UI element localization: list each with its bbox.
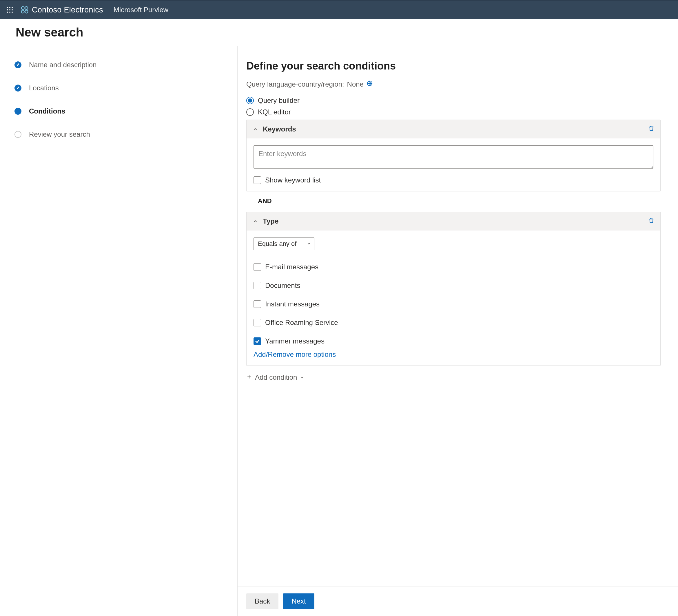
checkbox-icon: [254, 282, 261, 289]
type-option-email[interactable]: E-mail messages: [254, 263, 653, 271]
wizard-sidebar: Name and description Locations Condition…: [0, 46, 237, 616]
add-remove-options-link[interactable]: Add/Remove more options: [254, 350, 336, 358]
delete-icon[interactable]: [648, 125, 654, 133]
checkbox-icon: [254, 263, 261, 271]
next-button[interactable]: Next: [283, 593, 314, 609]
svg-point-8: [11, 11, 13, 13]
step-name-description[interactable]: Name and description: [14, 61, 226, 69]
chevron-down-icon: [307, 240, 311, 247]
delete-icon[interactable]: [648, 217, 654, 225]
step-conditions[interactable]: Conditions: [14, 107, 226, 116]
header-bar: Contoso Electronics Microsoft Purview: [0, 0, 678, 19]
keywords-input[interactable]: [254, 145, 653, 168]
svg-point-11: [22, 10, 24, 13]
org-logo-icon: [20, 5, 29, 14]
add-condition-button[interactable]: Add condition: [246, 373, 304, 381]
svg-point-1: [9, 7, 10, 8]
type-option-yammer[interactable]: Yammer messages: [254, 337, 653, 345]
radio-icon: [246, 108, 254, 116]
main-heading: Define your search conditions: [246, 60, 661, 72]
checkbox-icon: [254, 319, 261, 326]
chevron-up-icon: [252, 218, 258, 224]
query-language-row: Query language-country/region: None: [246, 80, 661, 88]
radio-query-builder[interactable]: Query builder: [246, 97, 661, 105]
page-title-bar: New search: [0, 19, 678, 46]
chevron-down-icon: [300, 373, 304, 381]
type-option-documents[interactable]: Documents: [254, 281, 653, 290]
type-option-instant-messages[interactable]: Instant messages: [254, 300, 653, 308]
wizard-footer: Back Next: [237, 586, 678, 616]
svg-point-3: [7, 9, 8, 10]
org-name: Contoso Electronics: [32, 5, 103, 14]
query-language-value: None: [347, 80, 364, 88]
svg-point-4: [9, 9, 10, 10]
chevron-up-icon: [252, 126, 258, 132]
svg-point-2: [11, 7, 13, 8]
wizard-steps: Name and description Locations Condition…: [14, 61, 226, 139]
condition-keywords: Keywords Show keyword list: [246, 120, 661, 191]
condition-type: Type Equals any of: [246, 212, 661, 366]
condition-type-header[interactable]: Type: [247, 212, 660, 231]
product-name[interactable]: Microsoft Purview: [114, 6, 168, 14]
checkbox-icon: [254, 177, 261, 184]
type-operator-select[interactable]: Equals any of: [254, 237, 314, 250]
query-language-label: Query language-country/region:: [246, 80, 344, 88]
app-launcher-icon[interactable]: [5, 5, 14, 14]
svg-point-10: [25, 7, 28, 9]
type-option-office-roaming[interactable]: Office Roaming Service: [254, 318, 653, 327]
edit-language-icon[interactable]: [367, 80, 373, 88]
condition-keywords-header[interactable]: Keywords: [247, 120, 660, 139]
checkbox-icon: [254, 337, 261, 345]
svg-point-9: [22, 7, 24, 9]
back-button[interactable]: Back: [246, 593, 278, 609]
step-review[interactable]: Review your search: [14, 130, 226, 139]
joiner-and: AND: [246, 191, 661, 210]
show-keyword-list-checkbox[interactable]: Show keyword list: [254, 176, 653, 184]
svg-point-5: [11, 9, 13, 10]
svg-point-0: [7, 7, 8, 8]
checkbox-icon: [254, 300, 261, 308]
step-locations[interactable]: Locations: [14, 84, 226, 92]
page-title: New search: [16, 26, 678, 39]
plus-icon: [246, 373, 252, 381]
radio-kql-editor[interactable]: KQL editor: [246, 108, 661, 116]
org-brand[interactable]: Contoso Electronics: [20, 5, 103, 14]
svg-point-7: [9, 11, 10, 13]
svg-point-12: [25, 10, 28, 13]
radio-icon: [246, 97, 254, 104]
svg-point-6: [7, 11, 8, 13]
